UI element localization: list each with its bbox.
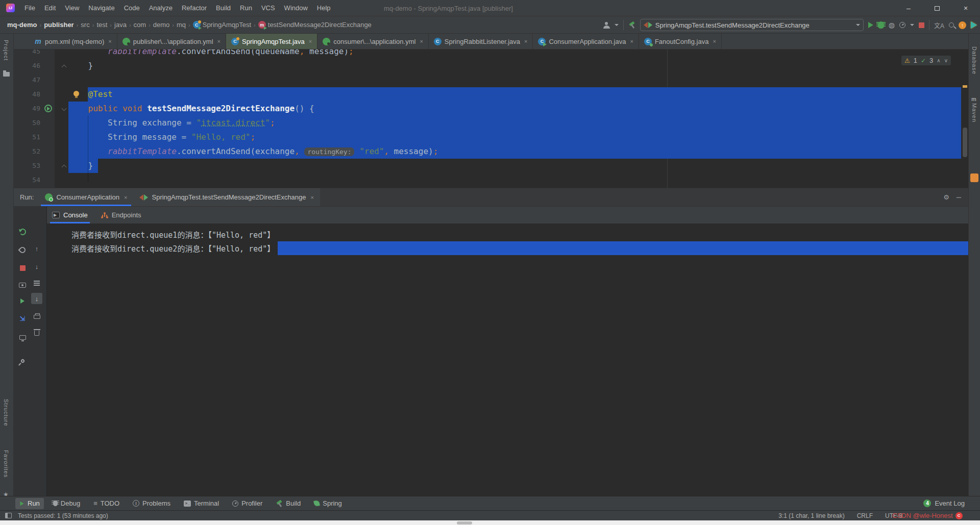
maximize-button[interactable] bbox=[923, 0, 951, 16]
close-tab-icon[interactable]: × bbox=[309, 38, 312, 44]
toolbar-button-profiler[interactable]: Profiler bbox=[228, 498, 266, 509]
pin-icon[interactable] bbox=[18, 356, 27, 365]
toolbar-button-build[interactable]: Build bbox=[272, 498, 305, 509]
close-tab-icon[interactable]: × bbox=[124, 194, 127, 201]
breadcrumb-item-mq[interactable]: mq bbox=[177, 21, 186, 29]
code-editor[interactable]: ⚠ 1 ✓ 3 ∧ ∨ 45 rabbitTemplate.convertAnd… bbox=[14, 49, 968, 188]
fold-end-marker-icon[interactable] bbox=[62, 164, 67, 169]
run-settings-gear-icon[interactable]: ⚙ bbox=[943, 193, 949, 201]
menu-item-help[interactable]: Help bbox=[312, 0, 335, 16]
editor-tab-publisher-application-yml[interactable]: publisher\...\application.yml× bbox=[117, 34, 226, 49]
sidebar-item-maven[interactable]: Maven bbox=[971, 103, 977, 122]
editor-tab-consumer-application-yml[interactable]: consumer\...\application.yml× bbox=[317, 34, 429, 49]
page-scrollbar-thumb[interactable] bbox=[457, 521, 472, 524]
close-tab-icon[interactable]: × bbox=[108, 38, 111, 44]
menu-item-edit[interactable]: Edit bbox=[40, 0, 60, 16]
user-dropdown-icon[interactable] bbox=[615, 24, 619, 26]
toolbar-button-problems[interactable]: !Problems bbox=[129, 498, 175, 509]
search-icon[interactable] bbox=[949, 22, 954, 28]
breadcrumb-item-src[interactable]: src bbox=[81, 21, 89, 29]
view-tab-endpoints[interactable]: Endpoints bbox=[101, 207, 141, 223]
down-arrow-icon[interactable]: ↓ bbox=[32, 262, 41, 271]
menu-item-vcs[interactable]: VCS bbox=[257, 0, 280, 16]
run-test-gutter-icon[interactable] bbox=[44, 105, 52, 112]
menu-item-file[interactable]: File bbox=[20, 0, 40, 16]
minimize-button[interactable]: – bbox=[894, 0, 923, 16]
console-line[interactable]: 消费者接收到direct.queue1的消息：【"Hello, red"】 bbox=[47, 228, 968, 241]
translate-icon[interactable]: 文A bbox=[934, 21, 944, 30]
profiler-dropdown-icon[interactable] bbox=[910, 24, 914, 26]
menu-item-refactor[interactable]: Refactor bbox=[177, 0, 211, 16]
sidebar-item-database[interactable]: Database bbox=[971, 46, 977, 74]
run-button[interactable] bbox=[868, 22, 873, 28]
breadcrumb-item-java[interactable]: java bbox=[114, 21, 127, 29]
close-button[interactable]: × bbox=[951, 0, 980, 16]
close-tab-icon[interactable]: × bbox=[713, 38, 716, 44]
toolbar-button-terminal[interactable]: >_Terminal bbox=[180, 498, 223, 509]
scroll-to-end-button[interactable]: ↓ bbox=[31, 293, 42, 304]
line-separator[interactable]: CRLF bbox=[857, 512, 873, 519]
debug-button[interactable] bbox=[878, 21, 884, 29]
build-hammer-icon[interactable] bbox=[628, 21, 635, 29]
breadcrumb-item-publisher[interactable]: publisher bbox=[44, 21, 74, 29]
hide-panel-icon[interactable]: ─ bbox=[957, 193, 961, 201]
user-icon[interactable] bbox=[603, 22, 610, 29]
layout-icon[interactable] bbox=[18, 333, 27, 342]
filter-icon[interactable] bbox=[32, 278, 41, 287]
menu-item-navigate[interactable]: Navigate bbox=[84, 0, 119, 16]
run-tab-consumerapplication[interactable]: ConsumerApplication× bbox=[39, 188, 133, 206]
toolbar-button-todo[interactable]: ≡TODO bbox=[89, 498, 124, 509]
editor-tab-fanoutconfig-java[interactable]: CFanoutConfig.java× bbox=[639, 34, 722, 49]
print-icon[interactable] bbox=[32, 312, 41, 321]
plugin-icon[interactable] bbox=[971, 21, 977, 29]
sidebar-item-project[interactable]: Project bbox=[3, 40, 9, 61]
breadcrumb-item-com[interactable]: com bbox=[134, 21, 146, 29]
rerun-failed-tests-icon[interactable] bbox=[18, 296, 27, 306]
stop-icon[interactable] bbox=[18, 263, 27, 272]
rerun-icon[interactable] bbox=[18, 227, 27, 236]
close-tab-icon[interactable]: × bbox=[630, 38, 633, 44]
toolwindow-toggle-icon[interactable] bbox=[5, 513, 12, 518]
menu-item-run[interactable]: Run bbox=[235, 0, 257, 16]
toolbar-button-debug[interactable]: Debug bbox=[49, 498, 84, 509]
close-tab-icon[interactable]: × bbox=[524, 38, 527, 44]
folder-icon[interactable] bbox=[3, 72, 10, 77]
profiler-button[interactable] bbox=[899, 22, 905, 28]
console-output[interactable]: 消费者接收到direct.queue1的消息：【"Hello, red"】消费者… bbox=[47, 223, 968, 496]
sidebar-item-structure[interactable]: Structure bbox=[3, 399, 9, 427]
menu-item-window[interactable]: Window bbox=[280, 0, 312, 16]
toolbar-button-spring[interactable]: Spring bbox=[310, 498, 346, 509]
breadcrumb-item-springamqptest[interactable]: CSpringAmqpTest bbox=[193, 21, 251, 29]
camera-icon[interactable] bbox=[18, 281, 27, 290]
wrench-icon[interactable] bbox=[18, 245, 27, 255]
caret-position[interactable]: 3:1 (1 char, 1 line break) bbox=[778, 512, 844, 519]
intention-bulb-icon[interactable] bbox=[74, 91, 79, 96]
close-tab-icon[interactable]: × bbox=[217, 38, 220, 44]
fold-marker-icon[interactable] bbox=[62, 106, 67, 111]
up-arrow-icon[interactable]: ↑ bbox=[32, 244, 41, 253]
breadcrumb-item-test[interactable]: test bbox=[96, 21, 107, 29]
close-tab-icon[interactable]: × bbox=[420, 38, 423, 44]
clear-console-icon[interactable] bbox=[32, 329, 41, 338]
toolbar-button-run[interactable]: Run bbox=[15, 498, 44, 509]
close-tab-icon[interactable]: × bbox=[311, 194, 314, 201]
jump-to-source-icon[interactable]: ⇲ bbox=[18, 314, 27, 323]
menu-item-analyze[interactable]: Analyze bbox=[144, 0, 177, 16]
event-log-button[interactable]: 4Event Log bbox=[923, 499, 965, 507]
stop-button[interactable] bbox=[919, 22, 924, 28]
fold-end-marker-icon[interactable] bbox=[62, 64, 67, 69]
notification-stripe-badge[interactable] bbox=[970, 173, 978, 182]
menu-item-build[interactable]: Build bbox=[211, 0, 235, 16]
sidebar-item-favorites[interactable]: Favorites bbox=[3, 450, 9, 478]
breadcrumb-item-mq-demo[interactable]: mq-demo bbox=[7, 21, 37, 29]
coverage-button[interactable]: ◍ bbox=[889, 21, 895, 29]
breadcrumb-item-testsendmessage2directexchange[interactable]: mtestSendMessage2DirectExchange bbox=[258, 21, 372, 29]
editor-tab-consumerapplication-java[interactable]: CConsumerApplication.java× bbox=[533, 34, 639, 49]
console-line[interactable]: 消费者接收到direct.queue2的消息：【"Hello, red"】 bbox=[47, 241, 968, 255]
editor-tab-springrabbitlistener-java[interactable]: CSpringRabbitListener.java× bbox=[429, 34, 533, 49]
view-tab-console[interactable]: ▶Console bbox=[52, 207, 88, 223]
run-configuration-select[interactable]: SpringAmqpTest.testSendMessage2DirectExc… bbox=[640, 19, 864, 31]
editor-tab-pom-xml-mq-demo-[interactable]: mpom.xml (mq-demo)× bbox=[29, 34, 117, 49]
menu-item-view[interactable]: View bbox=[60, 0, 84, 16]
menu-item-code[interactable]: Code bbox=[119, 0, 144, 16]
